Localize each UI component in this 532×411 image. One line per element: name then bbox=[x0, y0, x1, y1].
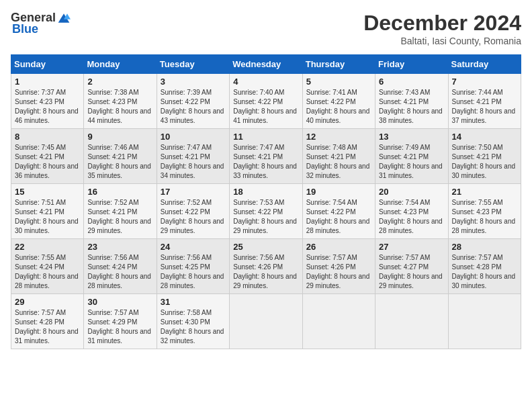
logo-blue: Blue bbox=[12, 22, 38, 36]
calendar-cell: 25Sunrise: 7:56 AMSunset: 4:26 PMDayligh… bbox=[230, 239, 302, 294]
calendar-cell: 31Sunrise: 7:58 AMSunset: 4:30 PMDayligh… bbox=[157, 294, 229, 349]
calendar-cell: 16Sunrise: 7:52 AMSunset: 4:21 PMDayligh… bbox=[84, 184, 157, 239]
day-info: Sunrise: 7:56 AMSunset: 4:25 PMDaylight:… bbox=[161, 253, 226, 291]
calendar-cell: 20Sunrise: 7:54 AMSunset: 4:23 PMDayligh… bbox=[375, 184, 448, 239]
calendar-week-2: 8Sunrise: 7:45 AMSunset: 4:21 PMDaylight… bbox=[11, 129, 521, 184]
day-info: Sunrise: 7:55 AMSunset: 4:23 PMDaylight:… bbox=[452, 198, 517, 236]
calendar-cell: 17Sunrise: 7:52 AMSunset: 4:22 PMDayligh… bbox=[157, 184, 229, 239]
calendar-cell: 28Sunrise: 7:57 AMSunset: 4:28 PMDayligh… bbox=[448, 239, 521, 294]
day-number: 9 bbox=[87, 132, 152, 142]
logo-icon bbox=[57, 11, 71, 25]
calendar-cell: 23Sunrise: 7:56 AMSunset: 4:24 PMDayligh… bbox=[84, 239, 157, 294]
day-info: Sunrise: 7:49 AMSunset: 4:21 PMDaylight:… bbox=[379, 143, 444, 181]
calendar-cell: 2Sunrise: 7:38 AMSunset: 4:23 PMDaylight… bbox=[84, 74, 157, 129]
calendar-cell bbox=[302, 294, 375, 349]
day-number: 22 bbox=[15, 242, 80, 252]
day-info: Sunrise: 7:53 AMSunset: 4:22 PMDaylight:… bbox=[233, 198, 298, 236]
header-friday: Friday bbox=[375, 55, 448, 74]
calendar-cell: 27Sunrise: 7:57 AMSunset: 4:27 PMDayligh… bbox=[375, 239, 448, 294]
day-number: 13 bbox=[379, 132, 444, 142]
calendar-cell: 3Sunrise: 7:39 AMSunset: 4:22 PMDaylight… bbox=[157, 74, 229, 129]
day-info: Sunrise: 7:55 AMSunset: 4:24 PMDaylight:… bbox=[15, 253, 80, 291]
calendar-week-4: 22Sunrise: 7:55 AMSunset: 4:24 PMDayligh… bbox=[11, 239, 521, 294]
day-info: Sunrise: 7:52 AMSunset: 4:22 PMDaylight:… bbox=[161, 198, 226, 236]
calendar-week-1: 1Sunrise: 7:37 AMSunset: 4:23 PMDaylight… bbox=[11, 74, 521, 129]
day-number: 3 bbox=[161, 77, 226, 87]
day-number: 25 bbox=[233, 242, 298, 252]
header-monday: Monday bbox=[84, 55, 157, 74]
day-info: Sunrise: 7:41 AMSunset: 4:22 PMDaylight:… bbox=[306, 88, 371, 126]
calendar-cell: 30Sunrise: 7:57 AMSunset: 4:29 PMDayligh… bbox=[84, 294, 157, 349]
day-number: 4 bbox=[233, 77, 298, 87]
calendar-cell: 24Sunrise: 7:56 AMSunset: 4:25 PMDayligh… bbox=[157, 239, 229, 294]
day-number: 28 bbox=[452, 242, 517, 252]
day-number: 2 bbox=[87, 77, 152, 87]
day-info: Sunrise: 7:57 AMSunset: 4:26 PMDaylight:… bbox=[306, 253, 371, 291]
day-number: 27 bbox=[379, 242, 444, 252]
day-number: 26 bbox=[306, 242, 371, 252]
calendar-cell: 5Sunrise: 7:41 AMSunset: 4:22 PMDaylight… bbox=[302, 74, 375, 129]
header-wednesday: Wednesday bbox=[230, 55, 302, 74]
day-number: 15 bbox=[15, 187, 80, 197]
calendar-cell: 12Sunrise: 7:48 AMSunset: 4:21 PMDayligh… bbox=[302, 129, 375, 184]
day-info: Sunrise: 7:57 AMSunset: 4:27 PMDaylight:… bbox=[379, 253, 444, 291]
calendar-cell: 21Sunrise: 7:55 AMSunset: 4:23 PMDayligh… bbox=[448, 184, 521, 239]
day-number: 7 bbox=[452, 77, 517, 87]
day-info: Sunrise: 7:40 AMSunset: 4:22 PMDaylight:… bbox=[233, 88, 298, 126]
calendar-cell: 11Sunrise: 7:47 AMSunset: 4:21 PMDayligh… bbox=[230, 129, 302, 184]
day-number: 6 bbox=[379, 77, 444, 87]
day-info: Sunrise: 7:37 AMSunset: 4:23 PMDaylight:… bbox=[15, 88, 80, 126]
day-number: 31 bbox=[161, 297, 226, 307]
day-number: 19 bbox=[306, 187, 371, 197]
day-number: 21 bbox=[452, 187, 517, 197]
calendar-cell: 19Sunrise: 7:54 AMSunset: 4:22 PMDayligh… bbox=[302, 184, 375, 239]
day-info: Sunrise: 7:45 AMSunset: 4:21 PMDaylight:… bbox=[15, 143, 80, 181]
day-number: 11 bbox=[233, 132, 298, 142]
day-info: Sunrise: 7:44 AMSunset: 4:21 PMDaylight:… bbox=[452, 88, 517, 126]
day-info: Sunrise: 7:57 AMSunset: 4:29 PMDaylight:… bbox=[87, 308, 152, 346]
calendar-week-5: 29Sunrise: 7:57 AMSunset: 4:28 PMDayligh… bbox=[11, 294, 521, 349]
calendar-cell: 22Sunrise: 7:55 AMSunset: 4:24 PMDayligh… bbox=[11, 239, 84, 294]
day-info: Sunrise: 7:48 AMSunset: 4:21 PMDaylight:… bbox=[306, 143, 371, 181]
calendar-cell: 4Sunrise: 7:40 AMSunset: 4:22 PMDaylight… bbox=[230, 74, 302, 129]
day-info: Sunrise: 7:47 AMSunset: 4:21 PMDaylight:… bbox=[233, 143, 298, 181]
day-number: 12 bbox=[306, 132, 371, 142]
logo-area: General Blue bbox=[11, 11, 71, 36]
calendar-cell: 13Sunrise: 7:49 AMSunset: 4:21 PMDayligh… bbox=[375, 129, 448, 184]
header-saturday: Saturday bbox=[448, 55, 521, 74]
day-number: 1 bbox=[15, 77, 80, 87]
day-number: 24 bbox=[161, 242, 226, 252]
day-info: Sunrise: 7:51 AMSunset: 4:21 PMDaylight:… bbox=[15, 198, 80, 236]
day-info: Sunrise: 7:46 AMSunset: 4:21 PMDaylight:… bbox=[87, 143, 152, 181]
day-info: Sunrise: 7:43 AMSunset: 4:21 PMDaylight:… bbox=[379, 88, 444, 126]
header: General Blue December 2024 Baltati, Iasi… bbox=[11, 11, 521, 46]
calendar-cell bbox=[448, 294, 521, 349]
calendar-cell bbox=[230, 294, 302, 349]
calendar-header-row: SundayMondayTuesdayWednesdayThursdayFrid… bbox=[11, 55, 521, 74]
day-info: Sunrise: 7:50 AMSunset: 4:21 PMDaylight:… bbox=[452, 143, 517, 181]
day-number: 29 bbox=[15, 297, 80, 307]
header-thursday: Thursday bbox=[302, 55, 375, 74]
day-number: 23 bbox=[87, 242, 152, 252]
calendar-cell: 29Sunrise: 7:57 AMSunset: 4:28 PMDayligh… bbox=[11, 294, 84, 349]
day-info: Sunrise: 7:54 AMSunset: 4:23 PMDaylight:… bbox=[379, 198, 444, 236]
day-number: 16 bbox=[87, 187, 152, 197]
calendar-cell: 8Sunrise: 7:45 AMSunset: 4:21 PMDaylight… bbox=[11, 129, 84, 184]
day-info: Sunrise: 7:58 AMSunset: 4:30 PMDaylight:… bbox=[161, 308, 226, 346]
day-info: Sunrise: 7:57 AMSunset: 4:28 PMDaylight:… bbox=[15, 308, 80, 346]
header-sunday: Sunday bbox=[11, 55, 84, 74]
calendar-cell: 10Sunrise: 7:47 AMSunset: 4:21 PMDayligh… bbox=[157, 129, 229, 184]
calendar-cell: 1Sunrise: 7:37 AMSunset: 4:23 PMDaylight… bbox=[11, 74, 84, 129]
title-area: December 2024 Baltati, Iasi County, Roma… bbox=[363, 11, 521, 46]
day-info: Sunrise: 7:38 AMSunset: 4:23 PMDaylight:… bbox=[87, 88, 152, 126]
day-info: Sunrise: 7:47 AMSunset: 4:21 PMDaylight:… bbox=[161, 143, 226, 181]
day-number: 14 bbox=[452, 132, 517, 142]
day-info: Sunrise: 7:57 AMSunset: 4:28 PMDaylight:… bbox=[452, 253, 517, 291]
calendar-cell: 14Sunrise: 7:50 AMSunset: 4:21 PMDayligh… bbox=[448, 129, 521, 184]
day-info: Sunrise: 7:54 AMSunset: 4:22 PMDaylight:… bbox=[306, 198, 371, 236]
day-number: 30 bbox=[87, 297, 152, 307]
day-number: 20 bbox=[379, 187, 444, 197]
day-info: Sunrise: 7:52 AMSunset: 4:21 PMDaylight:… bbox=[87, 198, 152, 236]
calendar-cell: 26Sunrise: 7:57 AMSunset: 4:26 PMDayligh… bbox=[302, 239, 375, 294]
day-number: 5 bbox=[306, 77, 371, 87]
